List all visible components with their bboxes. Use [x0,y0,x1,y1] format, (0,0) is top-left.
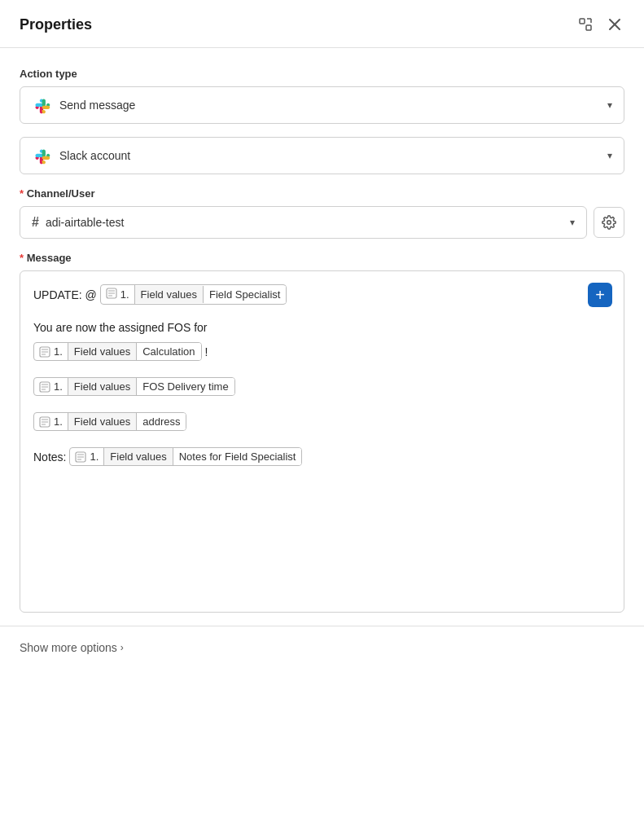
message-prefix-2: You are now the assigned FOS for [33,321,611,334]
message-line-3: 1. Field values FOS Delivery time [33,377,611,396]
slack-account-select[interactable]: Slack account ▾ [20,137,624,174]
token-label-4: Field values [68,413,137,430]
action-type-select[interactable]: Send message ▾ [20,86,624,124]
channel-select[interactable]: # adi-airtable-test ▾ [20,206,587,239]
message-line-2: 1. Field values Calculation ! [33,342,611,361]
show-more-label: Show more options [20,641,117,654]
action-type-chevron: ▾ [607,99,612,111]
slack-account-value: Slack account [59,149,130,162]
token-label-1: Field values [135,286,204,303]
channel-value: adi-airtable-test [46,216,125,229]
gear-icon [602,215,616,230]
token-value-1: Field Specialist [204,286,286,303]
slack-account-chevron: ▾ [607,150,612,161]
properties-panel: Properties Action type [0,0,644,813]
token-value-5: Notes for Field Specialist [173,448,302,465]
show-more-chevron-icon: › [120,642,124,653]
token-value-2: Calculation [137,343,200,360]
action-type-value: Send message [59,99,135,112]
token-value-4: address [137,413,186,430]
hash-icon: # [32,215,39,230]
message-section-4: 1. Field values address [33,412,611,431]
field-token-2[interactable]: 1. Field values Calculation [33,342,202,361]
header-icons [576,15,624,34]
token-label-5: Field values [104,448,173,465]
field-token-1[interactable]: 1. Field values Field Specialist [100,284,287,305]
message-suffix-2: ! [205,345,208,358]
slack-icon-action [32,95,51,115]
token-number-2: 1. [34,343,68,360]
gear-button[interactable] [594,207,624,238]
channel-chevron: ▾ [570,217,575,228]
token-number-4: 1. [34,413,68,430]
message-section-3: 1. Field values FOS Delivery time [33,377,611,396]
message-box: + UPDATE: @ 1. [20,270,624,613]
message-line-4: 1. Field values address [33,412,611,431]
field-token-4[interactable]: 1. Field values address [33,412,186,431]
svg-rect-0 [580,19,585,24]
token-label-3: Field values [68,378,137,395]
message-section-5: Notes: 1. Field values Note [33,447,611,466]
slack-icon-account [32,146,51,165]
message-line-1: UPDATE: @ 1. Field valu [33,284,611,305]
token-label-2: Field values [68,343,137,360]
svg-point-6 [607,221,611,225]
token-number-5: 1. [70,448,104,465]
message-line-5: Notes: 1. Field values Note [33,447,611,466]
message-prefix-5: Notes: [33,450,66,464]
field-token-5[interactable]: 1. Field values Notes for Field Speciali… [69,447,302,466]
panel-title: Properties [20,16,92,33]
message-section-2: You are now the assigned FOS for 1. [33,321,611,361]
panel-header: Properties [0,0,644,48]
message-prefix-1: UPDATE: @ [33,288,97,301]
add-button[interactable]: + [588,283,612,307]
expand-button[interactable] [576,15,595,34]
token-icon-1 [106,288,117,301]
action-type-label: Action type [20,68,624,80]
channel-row: # adi-airtable-test ▾ [20,206,624,239]
field-token-3[interactable]: 1. Field values FOS Delivery time [33,377,235,396]
show-more-options[interactable]: Show more options › [0,626,644,669]
message-label: Message [20,252,624,264]
panel-body: Action type Send message ▾ [0,48,644,613]
close-button[interactable] [605,15,624,34]
token-number-1: 1. [101,285,135,304]
svg-rect-1 [586,25,591,30]
channel-label: Channel/User [20,187,624,200]
token-value-3: FOS Delivery time [137,378,234,395]
token-number-3: 1. [34,378,68,395]
